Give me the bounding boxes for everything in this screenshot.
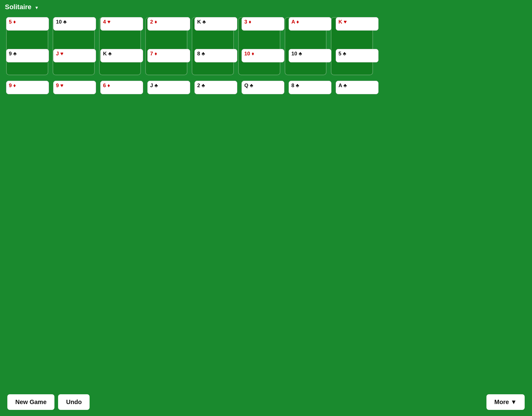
app-title[interactable]: Solitaire ▼ [5,3,39,11]
playing-card[interactable]: 7 ♦ [147,49,190,62]
playing-card[interactable]: K ♣ [194,17,237,31]
playing-card[interactable]: 10 ♦ [242,49,284,62]
game-area: 9 ♦9 ♣5 ♦10 ♥6 ♣7 ♣♣♣♣♣♣♣♣7 ♣9 ♥J ♥10 ♣3… [0,14,379,84]
playing-card[interactable]: 5 ♦ [6,17,49,31]
playing-card[interactable]: A ♣ [336,81,379,94]
playing-card[interactable]: A ♦ [289,17,331,31]
playing-card[interactable]: 6 ♦ [100,81,143,94]
playing-card[interactable]: 10 ♣ [53,17,96,31]
playing-card[interactable]: 4 ♥ [100,17,143,31]
playing-card[interactable]: 2 ♣ [194,81,237,94]
playing-card[interactable]: Q ♣ [242,81,284,94]
playing-card[interactable]: J ♣ [147,81,190,94]
playing-card[interactable]: 10 ♣ [289,49,331,62]
playing-card[interactable]: 3 ♦ [242,17,284,31]
playing-card[interactable]: 9 ♦ [6,81,49,94]
playing-card[interactable]: 2 ♦ [147,17,190,31]
playing-card[interactable]: J ♥ [53,49,96,62]
playing-card[interactable]: 5 ♣ [336,49,379,62]
playing-card[interactable]: 8 ♣ [289,81,331,94]
playing-card[interactable]: 8 ♣ [194,49,237,62]
playing-card[interactable]: K ♣ [100,49,143,62]
playing-card[interactable]: 9 ♥ [53,81,96,94]
playing-card[interactable]: 9 ♣ [6,49,49,62]
playing-card[interactable]: K ♥ [336,17,379,31]
